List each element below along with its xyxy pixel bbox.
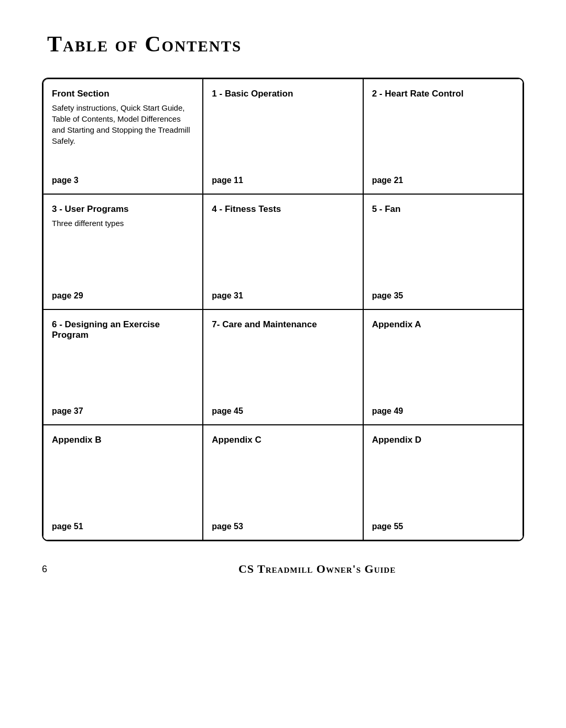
toc-cell-appendix-b[interactable]: Appendix Bpage 51 (43, 425, 203, 540)
cell-page-heart-rate-control: page 21 (372, 176, 514, 185)
cell-page-designing-exercise: page 37 (52, 406, 194, 416)
cell-subtitle-user-programs: Three different types (52, 218, 194, 229)
toc-grid: Front SectionSafety instructions, Quick … (42, 78, 524, 541)
cell-title-fitness-tests: 4 - Fitness Tests (212, 204, 354, 215)
cell-page-basic-operation: page 11 (212, 176, 354, 185)
toc-cell-appendix-c[interactable]: Appendix Cpage 53 (203, 425, 363, 540)
toc-cell-designing-exercise[interactable]: 6 - Designing an Exercise Programpage 37 (43, 309, 203, 425)
cell-page-fitness-tests: page 31 (212, 291, 354, 301)
footer-title: CS Treadmill Owner's Guide (110, 562, 524, 576)
cell-title-appendix-a: Appendix A (372, 319, 514, 330)
cell-title-user-programs: 3 - User Programs (52, 204, 194, 215)
cell-title-basic-operation: 1 - Basic Operation (212, 89, 354, 99)
cell-page-appendix-c: page 53 (212, 522, 354, 531)
cell-title-fan: 5 - Fan (372, 204, 514, 215)
cell-page-appendix-b: page 51 (52, 522, 194, 531)
cell-title-appendix-b: Appendix B (52, 435, 194, 445)
toc-cell-fitness-tests[interactable]: 4 - Fitness Testspage 31 (203, 194, 363, 309)
toc-cell-front-section[interactable]: Front SectionSafety instructions, Quick … (43, 79, 203, 194)
cell-page-user-programs: page 29 (52, 291, 194, 301)
toc-cell-care-maintenance[interactable]: 7- Care and Maintenancepage 45 (203, 309, 363, 425)
toc-cell-appendix-d[interactable]: Appendix Dpage 55 (363, 425, 523, 540)
cell-title-heart-rate-control: 2 - Heart Rate Control (372, 89, 514, 99)
cell-page-appendix-a: page 49 (372, 406, 514, 416)
cell-title-care-maintenance: 7- Care and Maintenance (212, 319, 354, 330)
cell-page-appendix-d: page 55 (372, 522, 514, 531)
toc-cell-fan[interactable]: 5 - Fanpage 35 (363, 194, 523, 309)
cell-subtitle-front-section: Safety instructions, Quick Start Guide, … (52, 102, 194, 146)
footer-page-number: 6 (42, 564, 47, 575)
footer-bar: 6 CS Treadmill Owner's Guide (42, 562, 524, 576)
toc-cell-appendix-a[interactable]: Appendix Apage 49 (363, 309, 523, 425)
cell-title-designing-exercise: 6 - Designing an Exercise Program (52, 319, 194, 340)
cell-title-front-section: Front Section (52, 89, 194, 99)
cell-page-fan: page 35 (372, 291, 514, 301)
cell-title-appendix-c: Appendix C (212, 435, 354, 445)
cell-title-appendix-d: Appendix D (372, 435, 514, 445)
page-title: Table of Contents (47, 31, 524, 57)
toc-cell-basic-operation[interactable]: 1 - Basic Operationpage 11 (203, 79, 363, 194)
toc-cell-user-programs[interactable]: 3 - User ProgramsThree different typespa… (43, 194, 203, 309)
cell-page-care-maintenance: page 45 (212, 406, 354, 416)
toc-cell-heart-rate-control[interactable]: 2 - Heart Rate Controlpage 21 (363, 79, 523, 194)
cell-page-front-section: page 3 (52, 176, 194, 185)
